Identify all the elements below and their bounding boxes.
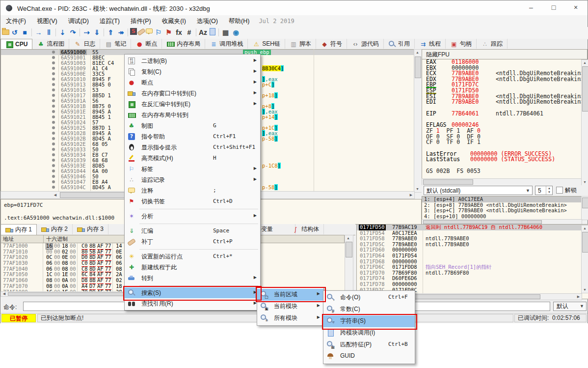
menu-item-breakpoint[interactable]: ●断点▶ bbox=[125, 77, 260, 88]
registers-panel[interactable]: EAX01186000EBX00000000ECX77B9ABE0<ntdll.… bbox=[422, 59, 582, 179]
stack-row[interactable]: 0171FD5C77B9ABE0ntdll.77B9ABE0 bbox=[357, 242, 588, 248]
submenu-item-command[interactable]: ›命令(O)Ctrl+F bbox=[323, 292, 415, 304]
calculator-icon[interactable]: ▦ bbox=[220, 28, 231, 37]
breakpoint-dot-icon[interactable] bbox=[52, 115, 55, 118]
menu-item-set-new-origin[interactable]: ✳设置新的运行点Ctrl+* bbox=[125, 251, 260, 262]
menu-item-analysis[interactable]: ✶分析▶ bbox=[125, 211, 260, 222]
menu-item-goto[interactable]: 转到▶ bbox=[125, 273, 260, 283]
arguments-vscrollbar[interactable] bbox=[581, 196, 588, 220]
maximize-button[interactable]: □ bbox=[542, 0, 565, 15]
submenu-item-constant[interactable]: #常数(C) bbox=[323, 304, 415, 315]
labels-icon[interactable]: ⚐ bbox=[153, 28, 163, 37]
scroll-up-arrow[interactable]: ▲ bbox=[414, 50, 421, 56]
stack-vscrollbar[interactable]: ▲ ▼ bbox=[581, 225, 588, 293]
registers-hscrollbar[interactable] bbox=[422, 178, 582, 186]
breakpoint-dot-icon[interactable] bbox=[52, 105, 55, 108]
breakpoint-dot-icon[interactable] bbox=[52, 56, 55, 59]
menu-item-binary[interactable]: 01 10二进制(B)▶ bbox=[125, 56, 260, 66]
tab-breakpoints[interactable]: ●断点 bbox=[131, 39, 162, 49]
close-button[interactable]: × bbox=[565, 0, 587, 15]
argument-row[interactable]: 4: [esp+10] 00000000 bbox=[422, 214, 582, 220]
step-over-icon[interactable]: ↷ bbox=[68, 28, 78, 37]
breakpoint-dot-icon[interactable] bbox=[52, 94, 55, 97]
breakpoint-dot-icon[interactable] bbox=[52, 142, 55, 145]
run-to-user-code-icon[interactable]: ↠ bbox=[116, 28, 126, 37]
menu-item-goto-in-memory-window[interactable]: 在内存窗口中转到(E)▶ bbox=[125, 88, 260, 99]
submenu-item-all-modules[interactable]: ✳所有模块▶ bbox=[257, 312, 323, 324]
tab-cpu[interactable]: CPU bbox=[0, 39, 32, 50]
breakpoint-dot-icon[interactable] bbox=[52, 175, 55, 178]
stack-row[interactable]: 0171FD54A0C17EEA bbox=[357, 230, 588, 236]
menu-item-search[interactable]: 搜索(S)▶ bbox=[125, 287, 260, 298]
breakpoint-dot-icon[interactable] bbox=[52, 137, 55, 140]
breakpoint-dot-icon[interactable] bbox=[52, 67, 55, 70]
register-line[interactable]: CF 0 TF 0 IF 1 bbox=[422, 140, 582, 145]
submenu-item-current-region[interactable]: □当前区域▶ bbox=[257, 289, 323, 301]
comment-column-divider[interactable] bbox=[314, 49, 314, 191]
tab-dump-1[interactable]: 内存 1 bbox=[0, 224, 37, 235]
stack-row[interactable]: 0171FD74D60FE6D6 bbox=[357, 276, 588, 282]
step-into-icon[interactable]: ⇣ bbox=[57, 28, 68, 37]
register-line[interactable]: EDX77B9ABE0<ntdll.DbgUiRemoteBreakin> bbox=[422, 77, 582, 83]
menu-item-label[interactable]: ⚐标签▶ bbox=[125, 164, 260, 174]
menu-item-show-mnemonic-brief[interactable]: 显示指令提示Ctrl+Shift+F1 bbox=[125, 142, 260, 153]
breakpoint-dot-icon[interactable] bbox=[52, 121, 55, 124]
menu-item-new-thread-here[interactable]: ✚新建线程于此 bbox=[125, 262, 260, 273]
submenu-item-string-references[interactable]: “字符串(S) bbox=[323, 315, 415, 327]
menubar-item[interactable]: 收藏夹(I) bbox=[157, 15, 191, 28]
functions-icon[interactable]: fx bbox=[174, 28, 184, 37]
arguments-panel[interactable]: 1: [esp+4] A0C17EEA2: [esp+8] 77B9ABE0 <… bbox=[422, 196, 582, 220]
scroll-left-arrow[interactable]: ◀ bbox=[52, 192, 58, 198]
run-trace-icon[interactable]: ⇢ bbox=[81, 28, 92, 37]
minimize-button[interactable]: – bbox=[520, 0, 542, 15]
register-line[interactable]: EIP77B64061ntdll.77B64061 bbox=[422, 111, 582, 117]
strings-az-icon[interactable]: Az bbox=[198, 28, 208, 37]
disasm-vscrollbar[interactable]: ▲ ▼ bbox=[414, 49, 422, 193]
breakpoint-dot-icon[interactable] bbox=[52, 51, 55, 54]
register-line[interactable]: EAX01186000 bbox=[422, 59, 582, 65]
menu-item-toggle-bookmark[interactable]: ⚑切换书签Ctrl+D bbox=[125, 196, 260, 207]
stack-row[interactable]: 0171FD5077B9AC19返回到 ntdll.77B9AC19 自 ntd… bbox=[357, 225, 588, 230]
tab-memory-map[interactable]: 内存布局 bbox=[162, 39, 205, 49]
menu-item-patch[interactable]: 补丁Ctrl+P bbox=[125, 236, 260, 247]
breakpoint-dot-icon[interactable] bbox=[52, 88, 55, 91]
scroll-thumb[interactable] bbox=[346, 242, 352, 257]
stack-row[interactable]: 0171FD7800000000 bbox=[357, 282, 588, 287]
menu-item-goto-in-disassembly[interactable]: 在反汇编中转到(E)▶ bbox=[125, 99, 260, 110]
tab-threads[interactable]: ⇉线程 bbox=[415, 39, 446, 49]
register-line[interactable]: EBP0171FD7C bbox=[422, 82, 582, 88]
argument-row[interactable]: 3: [esp+C] 77B9ABE0 <ntdll.DbgUiRemoteBr… bbox=[422, 208, 582, 214]
modules-icon[interactable] bbox=[210, 28, 215, 35]
scroll-down-arrow[interactable]: ▼ bbox=[582, 287, 588, 293]
scroll-thumb[interactable] bbox=[423, 220, 542, 224]
menu-item-comment[interactable]: 注释; bbox=[125, 185, 260, 196]
submenu-item-current-module[interactable]: ▣当前模块▶ bbox=[257, 301, 323, 312]
scroll-thumb[interactable] bbox=[415, 57, 421, 78]
pause-icon[interactable]: ‖ bbox=[44, 28, 54, 37]
tab-trace[interactable]: ∴跟踪 bbox=[477, 39, 508, 49]
dump-vscrollbar[interactable]: ▲ ▼ bbox=[345, 235, 353, 297]
comments-icon[interactable] bbox=[145, 28, 153, 35]
breakpoint-dot-icon[interactable] bbox=[52, 61, 55, 64]
argument-count-spinner[interactable]: 5 ▲▼ bbox=[535, 186, 553, 195]
breakpoint-dot-icon[interactable] bbox=[52, 83, 55, 86]
hash-icon[interactable]: # bbox=[184, 28, 194, 37]
argument-row[interactable]: 1: [esp+4] A0C17EEA bbox=[422, 197, 582, 202]
menubar-item[interactable]: 插件(P) bbox=[125, 15, 157, 28]
menubar-item[interactable]: 追踪(T) bbox=[94, 15, 125, 28]
scroll-thumb[interactable] bbox=[582, 66, 588, 112]
tab-graph[interactable]: ♣流程图 bbox=[32, 39, 69, 49]
titlebar[interactable]: WeChat.exe - PID: 263C - 模块: wechatwin.d… bbox=[0, 0, 588, 16]
menubar-item[interactable]: 视图(V) bbox=[31, 15, 63, 28]
scroll-down-arrow[interactable]: ▼ bbox=[582, 179, 588, 185]
breakpoint-dot-icon[interactable] bbox=[52, 110, 55, 113]
breakpoint-dot-icon[interactable] bbox=[52, 186, 55, 189]
scroll-down-arrow[interactable]: ▼ bbox=[414, 186, 421, 192]
scroll-thumb[interactable] bbox=[582, 232, 588, 253]
scroll-right-arrow[interactable]: ▶ bbox=[575, 294, 582, 300]
tab-source[interactable]: ‹›源代码 bbox=[347, 39, 384, 49]
menu-item-goto-in-memory-map[interactable]: 在内存布局中转到 bbox=[125, 110, 260, 120]
submenu-item-guid[interactable]: GUID bbox=[323, 351, 415, 363]
menu-item-instruction-help[interactable]: ?指令帮助Ctrl+F1 bbox=[125, 131, 260, 142]
menubar-item[interactable]: 帮助(H) bbox=[223, 15, 255, 28]
